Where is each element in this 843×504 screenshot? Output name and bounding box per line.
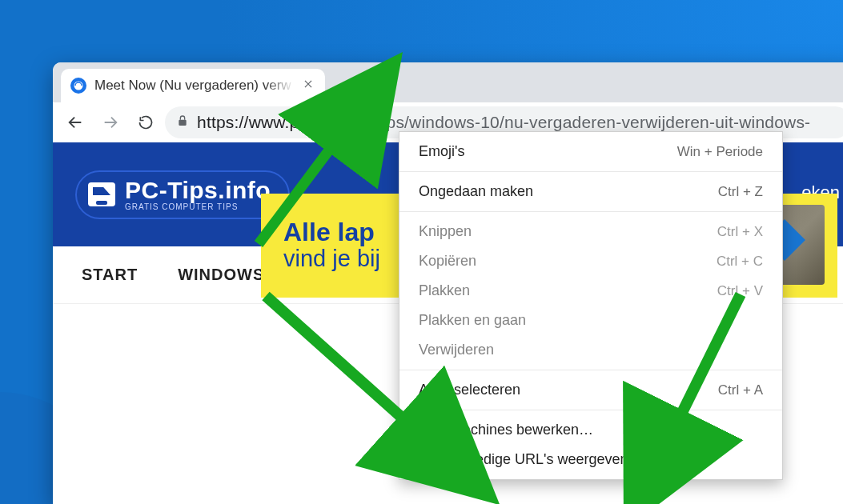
menu-copy[interactable]: Kopiëren Ctrl + C	[399, 246, 782, 276]
lock-icon	[176, 114, 189, 131]
nav-start[interactable]: START	[82, 266, 138, 284]
menu-undo-shortcut: Ctrl + Z	[718, 184, 763, 200]
back-button[interactable]	[59, 106, 91, 138]
menu-separator	[399, 370, 782, 370]
logo-text: PC-Tips.info	[125, 178, 271, 202]
menu-emoji[interactable]: Emoji's Win + Periode	[399, 137, 782, 166]
menu-emoji-shortcut: Win + Periode	[677, 144, 763, 160]
browser-tab[interactable]: Meet Now (Nu vergaderen) verw	[61, 69, 325, 102]
menu-select-all-label: Alles selecteren	[419, 382, 520, 398]
menu-cut-label: Knippen	[419, 223, 472, 240]
menu-delete-label: Verwijderen	[419, 342, 494, 358]
menu-cut[interactable]: Knippen Ctrl + X	[399, 217, 782, 246]
menu-always-show-full-url-label: Altijd volledige URL's weergeven	[419, 451, 628, 468]
menu-edit-search-engines[interactable]: Zoekmachines bewerken…	[399, 415, 782, 445]
menu-separator	[399, 211, 782, 212]
url-host: www.pc-tips.info	[249, 113, 373, 131]
addressbar-context-menu: Emoji's Win + Periode Ongedaan maken Ctr…	[399, 131, 783, 480]
menu-separator	[399, 171, 782, 172]
menu-copy-shortcut: Ctrl + C	[717, 254, 763, 270]
url-path: /tips/windows-10/nu-vergaderen-verwijder…	[373, 113, 811, 131]
menu-paste[interactable]: Plakken Ctrl + V	[399, 276, 782, 306]
menu-copy-label: Kopiëren	[419, 253, 476, 270]
menu-separator	[399, 410, 782, 410]
menu-always-show-full-url[interactable]: Altijd volledige URL's weergeven	[399, 445, 782, 474]
svg-rect-1	[179, 120, 186, 126]
close-icon[interactable]	[303, 78, 314, 93]
menu-paste-shortcut: Ctrl + V	[717, 283, 763, 299]
menu-select-all-shortcut: Ctrl + A	[718, 382, 763, 398]
logo-text-wrap: PC-Tips.info GRATIS COMPUTER TIPS	[125, 178, 271, 211]
menu-emoji-label: Emoji's	[419, 143, 464, 160]
ad-headline: Alle lap	[283, 219, 380, 246]
ad-text: Alle lap vind je bij	[283, 219, 380, 273]
tab-favicon-icon	[70, 78, 86, 94]
menu-undo[interactable]: Ongedaan maken Ctrl + Z	[399, 177, 782, 206]
menu-paste-label: Plakken	[419, 282, 470, 299]
site-logo[interactable]: PC-Tips.info GRATIS COMPUTER TIPS	[75, 170, 290, 219]
menu-delete[interactable]: Verwijderen	[399, 335, 782, 365]
menu-undo-label: Ongedaan maken	[419, 183, 533, 200]
monitor-icon	[88, 182, 115, 206]
url-scheme: https://	[197, 113, 249, 131]
menu-select-all[interactable]: Alles selecteren Ctrl + A	[399, 375, 782, 405]
logo-subtitle: GRATIS COMPUTER TIPS	[125, 202, 271, 211]
reload-button[interactable]	[130, 106, 162, 138]
url-text: https://www.pc-tips.info/tips/windows-10…	[197, 113, 810, 132]
menu-edit-search-engines-label: Zoekmachines bewerken…	[419, 422, 593, 438]
tabstrip: Meet Now (Nu vergaderen) verw	[53, 62, 843, 102]
menu-paste-and-go-label: Plakken en gaan	[419, 312, 526, 329]
forward-button[interactable]	[94, 106, 126, 138]
new-tab-button[interactable]	[341, 72, 365, 96]
menu-paste-and-go[interactable]: Plakken en gaan	[399, 306, 782, 335]
menu-cut-shortcut: Ctrl + X	[717, 224, 763, 240]
tab-title: Meet Now (Nu vergaderen) verw	[94, 78, 295, 94]
ad-subline: vind je bij	[283, 246, 380, 272]
